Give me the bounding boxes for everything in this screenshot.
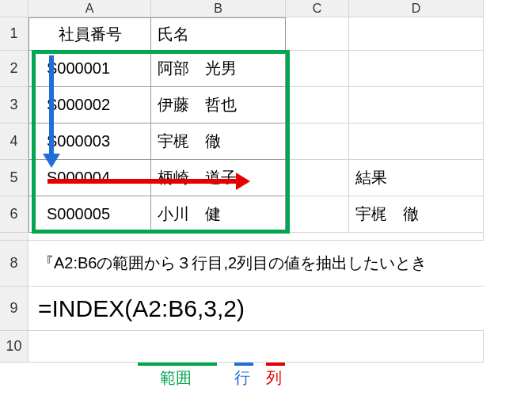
row-10: 10 — [0, 331, 532, 363]
row-header-1[interactable]: 1 — [0, 17, 28, 51]
cell-B4[interactable]: 宇梶 徹 — [151, 124, 286, 160]
row-header-10[interactable]: 10 — [0, 331, 28, 363]
row-6: 6 S000005 小川 健 宇梶 徹 — [0, 196, 532, 233]
cell-B5[interactable]: 柄崎 道子 — [151, 160, 286, 196]
cell-A4[interactable]: S000003 — [28, 124, 151, 160]
row-1: 1 社員番号 氏名 — [0, 17, 532, 51]
cell-D2[interactable] — [349, 51, 484, 87]
cell-B6[interactable]: 小川 健 — [151, 196, 286, 233]
formula-range: A2:B6 — [132, 295, 197, 322]
cell-C1[interactable] — [286, 17, 349, 51]
formula-fn: INDEX — [52, 295, 125, 322]
row-header-3[interactable]: 3 — [0, 87, 28, 124]
cell-A1[interactable]: 社員番号 — [28, 17, 151, 51]
cell-C5[interactable] — [286, 160, 349, 196]
cell-B3[interactable]: 伊藤 哲也 — [151, 87, 286, 124]
row-3: 3 S000002 伊藤 哲也 — [0, 87, 532, 124]
column-header-row: A B C D — [0, 0, 532, 17]
row-header-4[interactable]: 4 — [0, 124, 28, 160]
cell-A8-merged[interactable]: 『A2:B6の範囲から３行目,2列目の値を抽出したいとき — [28, 241, 484, 287]
col-header-D[interactable]: D — [349, 0, 484, 17]
cell-D3[interactable] — [349, 87, 484, 124]
select-all-corner[interactable] — [0, 0, 28, 17]
formula-eq: = — [38, 295, 52, 322]
row-9: 9 =INDEX(A2:B6, 3, 2) — [0, 287, 532, 331]
label-row: 行 — [234, 367, 250, 389]
formula-open: ( — [124, 295, 132, 322]
cell-D4[interactable] — [349, 124, 484, 160]
formula-sep1: , — [197, 295, 203, 322]
formula-close: ) — [237, 295, 245, 322]
cell-B1[interactable]: 氏名 — [151, 17, 286, 51]
cell-A5[interactable]: S000004 — [28, 160, 151, 196]
cell-A9-merged[interactable]: =INDEX(A2:B6, 3, 2) — [28, 287, 484, 331]
label-range: 範囲 — [160, 367, 192, 389]
cell-D5[interactable]: 結果 — [349, 160, 484, 196]
cell-A6[interactable]: S000005 — [28, 196, 151, 233]
cell-C2[interactable] — [286, 51, 349, 87]
cell-A3[interactable]: S000002 — [28, 87, 151, 124]
cell-C3[interactable] — [286, 87, 349, 124]
formula-col: 2 — [223, 295, 237, 322]
row-header-8[interactable]: 8 — [0, 241, 28, 287]
row-gap — [0, 233, 532, 241]
formula-row: 3 — [203, 295, 217, 322]
cell-D6[interactable]: 宇梶 徹 — [349, 196, 484, 233]
col-header-B[interactable]: B — [151, 0, 286, 17]
cell-B2[interactable]: 阿部 光男 — [151, 51, 286, 87]
cell-C6[interactable] — [286, 196, 349, 233]
cell-C4[interactable] — [286, 124, 349, 160]
col-header-A[interactable]: A — [28, 0, 151, 17]
cell-D1[interactable] — [349, 17, 484, 51]
cell-A2[interactable]: S000001 — [28, 51, 151, 87]
row-2: 2 S000001 阿部 光男 — [0, 51, 532, 87]
row-header-9[interactable]: 9 — [0, 287, 28, 331]
row-header-5[interactable]: 5 — [0, 160, 28, 196]
spreadsheet: A B C D 1 社員番号 氏名 2 S000001 阿部 光男 3 S000… — [0, 0, 532, 363]
label-col: 列 — [266, 367, 282, 389]
grid-rows: 1 社員番号 氏名 2 S000001 阿部 光男 3 S000002 伊藤 哲… — [0, 17, 532, 363]
row-header-2[interactable]: 2 — [0, 51, 28, 87]
formula-sep2: , — [217, 295, 223, 322]
row-header-gap[interactable] — [0, 233, 28, 241]
underline-range — [138, 363, 217, 366]
underline-col — [266, 363, 285, 366]
row-4: 4 S000003 宇梶 徹 — [0, 124, 532, 160]
col-header-C[interactable]: C — [286, 0, 349, 17]
row-8: 8 『A2:B6の範囲から３行目,2列目の値を抽出したいとき — [0, 241, 532, 287]
row-5: 5 S000004 柄崎 道子 結果 — [0, 160, 532, 196]
row-header-6[interactable]: 6 — [0, 196, 28, 233]
underline-row — [234, 363, 253, 366]
description-text: 『A2:B6の範囲から３行目,2列目の値を抽出したいとき — [38, 253, 427, 274]
